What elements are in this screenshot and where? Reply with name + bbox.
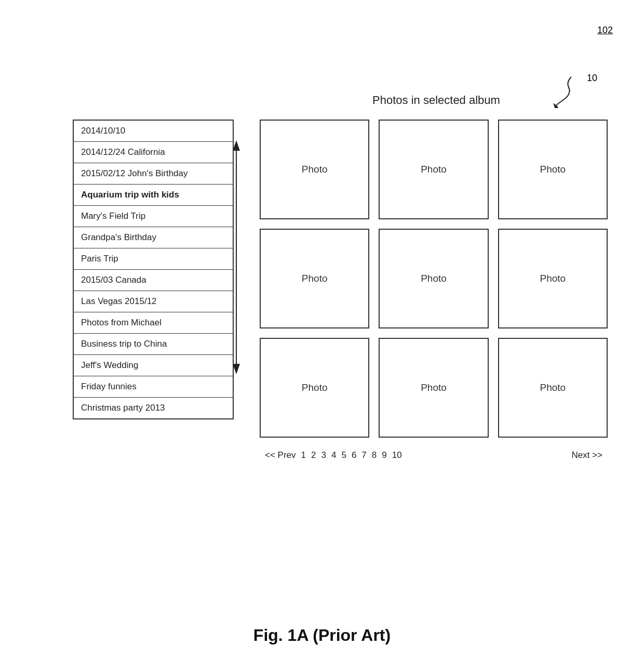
album-item-album-1[interactable]: 2014/10/10 [74, 121, 233, 142]
album-item-album-6[interactable]: Grandpa's Birthday [74, 227, 233, 248]
diagram-area: 10 Photos in selected album 2014/10/1020… [42, 62, 613, 557]
album-item-album-8[interactable]: 2015/03 Canada [74, 270, 233, 291]
diagram-label: 10 [587, 73, 597, 84]
album-item-album-9[interactable]: Las Vegas 2015/12 [74, 291, 233, 312]
page-number: 102 [597, 25, 613, 36]
photo-cell-9[interactable]: Photo [498, 338, 608, 438]
album-item-album-4[interactable]: Aquarium trip with kids [74, 185, 233, 206]
pagination-next[interactable]: Next >> [571, 450, 602, 461]
pagination-page-10[interactable]: 10 [392, 450, 402, 461]
pagination[interactable]: << Prev12345678910Next >> [260, 450, 608, 461]
album-list: 2014/10/102014/12/24 California2015/02/1… [73, 120, 234, 419]
photo-cell-8[interactable]: Photo [379, 338, 488, 438]
pagination-page-4[interactable]: 4 [331, 450, 336, 461]
photo-grid: PhotoPhotoPhotoPhotoPhotoPhotoPhotoPhoto… [260, 120, 608, 438]
pagination-page-3[interactable]: 3 [321, 450, 326, 461]
album-item-album-3[interactable]: 2015/02/12 John's Birthday [74, 163, 233, 185]
photo-cell-3[interactable]: Photo [498, 120, 608, 219]
pagination-page-5[interactable]: 5 [341, 450, 346, 461]
photo-cell-2[interactable]: Photo [379, 120, 488, 219]
pagination-page-2[interactable]: 2 [311, 450, 316, 461]
pagination-prev[interactable]: << Prev [265, 450, 296, 461]
album-item-album-5[interactable]: Mary's Field Trip [74, 206, 233, 227]
photo-cell-1[interactable]: Photo [260, 120, 369, 219]
album-item-album-14[interactable]: Christmas party 2013 [74, 398, 233, 418]
pagination-page-8[interactable]: 8 [372, 450, 377, 461]
photo-grid-container: PhotoPhotoPhotoPhotoPhotoPhotoPhotoPhoto… [260, 120, 608, 461]
photo-cell-7[interactable]: Photo [260, 338, 369, 438]
photo-cell-6[interactable]: Photo [498, 229, 608, 328]
pagination-page-1[interactable]: 1 [301, 450, 306, 461]
photo-cell-4[interactable]: Photo [260, 229, 369, 328]
photo-cell-5[interactable]: Photo [379, 229, 488, 328]
album-item-album-10[interactable]: Photos from Michael [74, 312, 233, 334]
album-item-album-13[interactable]: Friday funnies [74, 376, 233, 398]
pagination-page-7[interactable]: 7 [361, 450, 366, 461]
album-item-album-11[interactable]: Business trip to China [74, 334, 233, 355]
album-item-album-12[interactable]: Jeff's Wedding [74, 355, 233, 376]
photos-title: Photos in selected album [260, 94, 613, 107]
pagination-page-6[interactable]: 6 [352, 450, 356, 461]
pagination-page-9[interactable]: 9 [382, 450, 386, 461]
album-item-album-2[interactable]: 2014/12/24 California [74, 142, 233, 163]
figure-caption: Fig. 1A (Prior Art) [0, 626, 644, 645]
album-item-album-7[interactable]: Paris Trip [74, 248, 233, 270]
